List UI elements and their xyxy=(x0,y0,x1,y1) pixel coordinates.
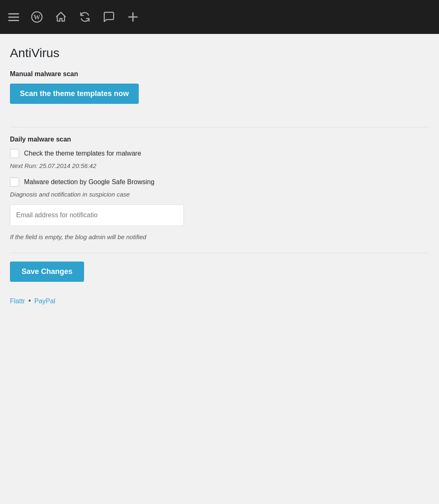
flattr-link[interactable]: Flattr xyxy=(10,298,25,305)
google-check-label: Malware detection by Google Safe Browsin… xyxy=(24,178,154,186)
comment-icon[interactable] xyxy=(103,11,115,23)
daily-scan-heading: Daily malware scan xyxy=(10,136,429,143)
add-icon[interactable] xyxy=(127,11,139,23)
admin-bar: W xyxy=(0,0,439,34)
manual-scan-heading: Manual malware scan xyxy=(10,70,429,78)
save-changes-button[interactable]: Save Changes xyxy=(10,262,84,282)
empty-field-note: If the field is empty, the blog admin wi… xyxy=(10,233,429,240)
google-check-checkbox[interactable] xyxy=(10,178,19,187)
daily-scan-section: Daily malware scan Check the theme templ… xyxy=(10,136,429,240)
next-run-text: Next Run: 25.07.2014 20:56:42 xyxy=(10,162,429,169)
manual-scan-section: Manual malware scan Scan the theme templ… xyxy=(10,70,429,119)
svg-text:W: W xyxy=(34,14,40,21)
google-check-row: Malware detection by Google Safe Browsin… xyxy=(10,178,429,187)
refresh-icon[interactable] xyxy=(79,11,91,23)
divider-2 xyxy=(10,253,429,253)
main-content: AntiVirus Manual malware scan Scan the t… xyxy=(0,34,439,317)
home-icon[interactable] xyxy=(55,11,67,23)
footer-links: Flattr • PayPal xyxy=(10,297,429,305)
theme-check-row: Check the theme templates for malware xyxy=(10,149,429,158)
menu-icon[interactable] xyxy=(8,13,19,21)
divider-1 xyxy=(10,127,429,127)
dot-separator: • xyxy=(28,297,31,305)
page-title: AntiVirus xyxy=(10,46,429,60)
wordpress-icon[interactable]: W xyxy=(31,11,43,23)
email-notification-input[interactable] xyxy=(10,204,184,226)
scan-now-button[interactable]: Scan the theme templates now xyxy=(10,84,139,104)
theme-check-checkbox[interactable] xyxy=(10,149,19,158)
diagnosis-text: Diagnosis and notification in suspicion … xyxy=(10,191,429,198)
theme-check-label: Check the theme templates for malware xyxy=(24,150,141,157)
paypal-link[interactable]: PayPal xyxy=(34,298,55,305)
